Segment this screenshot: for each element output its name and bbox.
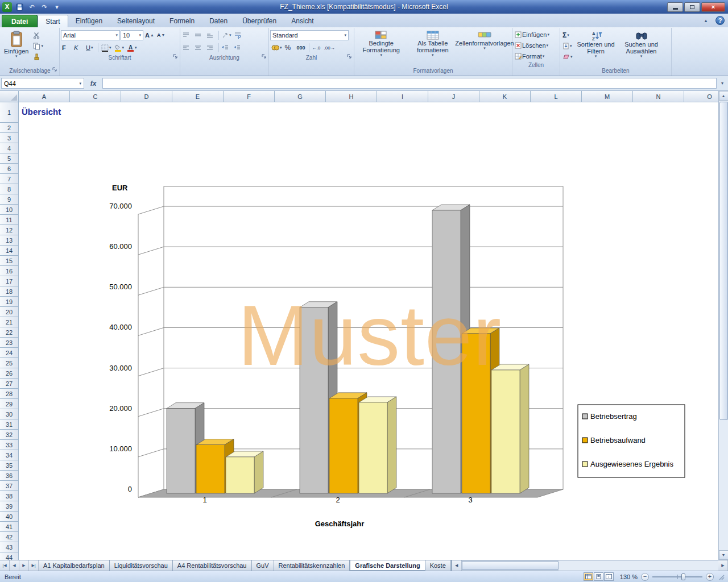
row-header-15[interactable]: 15 [0,256,18,266]
fill-button[interactable]: ▾ [561,41,574,51]
page-layout-view-button[interactable] [594,572,603,581]
insert-cells-button[interactable]: Einfügen ▾ [514,30,559,40]
row-header-6[interactable]: 6 [0,164,18,174]
format-cells-button[interactable]: Format ▾ [514,51,559,61]
row-header-29[interactable]: 29 [0,399,18,409]
row-header-25[interactable]: 25 [0,358,18,368]
cell-a1[interactable]: Übersicht [22,107,61,117]
paste-button[interactable]: Einfügen ▾ [2,29,31,60]
resize-grip[interactable] [717,573,725,580]
row-header-33[interactable]: 33 [0,440,18,450]
column-header-k[interactable]: K [479,91,531,102]
row-header-1[interactable]: 1 [0,102,18,123]
autosum-button[interactable]: Σ▾ [561,30,574,40]
save-button[interactable] [14,2,24,12]
copy-button[interactable]: ▾ [32,41,44,51]
row-header-8[interactable]: 8 [0,184,18,194]
row-header-4[interactable]: 4 [0,143,18,153]
column-header-h[interactable]: H [326,91,377,102]
customize-qat-button[interactable]: ▾ [52,2,62,12]
excel-app-icon[interactable]: X [2,2,12,12]
column-header-f[interactable]: F [224,91,275,102]
underline-button[interactable]: U▾ [85,43,96,53]
shrink-font-button[interactable]: A▼ [156,30,167,40]
row-header-16[interactable]: 16 [0,266,18,276]
sheet-tab-rentabilit-tskennzahlen[interactable]: Rentabilitätskennzahlen [274,560,350,571]
sheet-tab-grafische-darstellung[interactable]: Grafische Darstellung [350,560,425,571]
name-box[interactable]: Q44 ▾ [1,78,84,89]
row-header-32[interactable]: 32 [0,430,18,440]
minimize-button[interactable] [667,2,683,12]
row-header-13[interactable]: 13 [0,235,18,246]
thousands-format-button[interactable]: 000 [296,43,307,53]
row-header-38[interactable]: 38 [0,491,18,501]
minimize-ribbon-button[interactable]: ▴ [701,16,711,25]
row-header-37[interactable]: 37 [0,481,18,491]
column-header-c[interactable]: C [70,91,121,102]
row-header-17[interactable]: 17 [0,276,18,286]
row-header-41[interactable]: 41 [0,522,18,532]
page-break-view-button[interactable] [604,572,614,581]
help-button[interactable]: ? [715,16,725,25]
bar-ausgewiesenes-ergebnis-year-3[interactable] [491,364,529,493]
row-header-19[interactable]: 19 [0,297,18,307]
column-header-g[interactable]: G [275,91,326,102]
clear-button[interactable]: ▾ [561,52,574,62]
borders-button[interactable]: ▾ [100,43,113,53]
undo-button[interactable]: ↶ [27,2,37,12]
next-sheet-button[interactable]: ▶ [19,560,29,571]
first-sheet-button[interactable]: |◀ [0,560,10,571]
number-format-select[interactable]: Standard ▾ [270,30,349,40]
row-header-24[interactable]: 24 [0,348,18,358]
increase-decimal-button[interactable]: ←.0 [311,43,322,53]
normal-view-button[interactable] [584,572,593,581]
last-sheet-button[interactable]: ▶| [29,560,39,571]
ribbon-tab-seitenlayout[interactable]: Seitenlayout [110,15,162,27]
decrease-indent-button[interactable] [221,43,232,53]
zoom-in-button[interactable]: + [706,573,714,581]
ribbon-tab-start[interactable]: Start [38,15,68,27]
dialog-launcher-icon[interactable] [173,53,178,61]
row-header-21[interactable]: 21 [0,317,18,327]
row-header-22[interactable]: 22 [0,327,18,338]
scroll-up-button[interactable]: ▲ [719,91,728,101]
row-header-18[interactable]: 18 [0,286,18,297]
row-header-11[interactable]: 11 [0,215,18,225]
row-header-26[interactable]: 26 [0,368,18,379]
wrap-text-button[interactable] [233,30,245,40]
bar-ausgewiesenes-ergebnis-year-2[interactable] [359,397,396,493]
row-header-7[interactable]: 7 [0,174,18,184]
row-header-27[interactable]: 27 [0,379,18,389]
decrease-decimal-button[interactable]: .00→ [323,43,336,53]
percent-format-button[interactable]: % [284,43,295,53]
redo-button[interactable]: ↷ [39,2,49,12]
row-header-2[interactable]: 2 [0,123,18,133]
column-header-d[interactable]: D [121,91,172,102]
align-right-button[interactable] [205,43,217,53]
prev-sheet-button[interactable]: ◀ [10,560,19,571]
row-header-34[interactable]: 34 [0,450,18,460]
ribbon-tab-einf-gen[interactable]: Einfügen [68,15,110,27]
row-header-12[interactable]: 12 [0,225,18,235]
column-header-n[interactable]: N [633,91,684,102]
italic-button[interactable]: K [73,43,84,53]
cut-button[interactable] [32,30,44,40]
sheet-tab-guv[interactable]: GuV [252,560,274,571]
row-header-23[interactable]: 23 [0,338,18,348]
delete-cells-button[interactable]: Löschen ▾ [514,40,559,51]
increase-indent-button[interactable] [233,43,244,53]
align-left-button[interactable] [181,43,193,53]
align-center-button[interactable] [193,43,205,53]
insert-function-button[interactable]: fx [85,78,101,89]
row-header-30[interactable]: 30 [0,409,18,419]
align-bottom-button[interactable] [205,30,217,40]
row-header-43[interactable]: 43 [0,542,18,552]
column-header-j[interactable]: J [428,91,479,102]
currency-format-button[interactable]: ▾ [270,43,283,53]
bold-button[interactable]: F [61,43,72,53]
horizontal-scroll-track[interactable] [559,560,718,571]
grid-body[interactable]: Übersicht 010.00020.00030.00040.00050.00… [19,102,718,560]
legend-label-ausgewiesenes-ergebnis[interactable]: Ausgewiesenes Ergebnis [590,460,673,468]
align-middle-button[interactable] [193,30,205,40]
row-header-31[interactable]: 31 [0,419,18,430]
